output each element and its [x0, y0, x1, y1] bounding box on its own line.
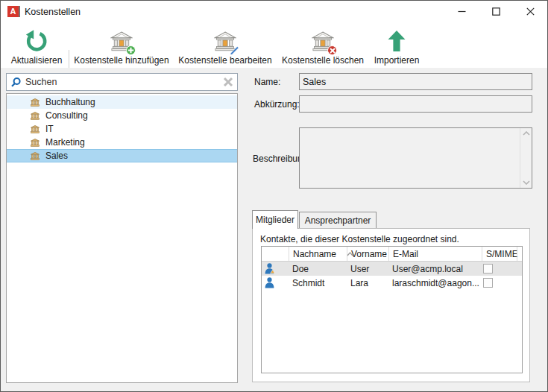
edit-cost-center-button[interactable]: Kostenstelle bearbeiten: [178, 25, 272, 66]
minimize-icon: [458, 7, 466, 16]
header-nachname[interactable]: Nachname: [289, 247, 347, 261]
add-cost-center-button[interactable]: Kostenstelle hinzufügen: [73, 25, 170, 66]
bank-icon: [31, 139, 40, 147]
search-icon: [10, 77, 22, 88]
list-item-label: Marketing: [45, 137, 85, 148]
bank-icon: [31, 112, 40, 120]
abbreviation-field[interactable]: [299, 95, 532, 113]
list-item-marketing[interactable]: Marketing: [7, 136, 237, 149]
cost-center-list: Buchhaltung Consulting IT Marketing: [6, 93, 238, 383]
list-item-buchhaltung[interactable]: Buchhaltung: [7, 95, 237, 109]
app-icon-letter: A: [10, 7, 16, 16]
header-vorname[interactable]: Vorname: [347, 247, 388, 261]
main-content: Buchhaltung Consulting IT Marketing: [1, 68, 547, 392]
scroll-up-icon[interactable]: [523, 131, 530, 136]
abbreviation-label: Abkürzung:: [254, 99, 300, 110]
tab-label: Mitglieder: [256, 215, 295, 225]
search-box: [6, 73, 238, 91]
cell-vorname: User: [347, 262, 388, 276]
pencil-badge-icon: [230, 45, 239, 55]
import-icon: [387, 28, 406, 54]
refresh-button[interactable]: Aktualisieren: [7, 25, 66, 66]
members-caption: Kontakte, die dieser Kostenstelle zugeor…: [260, 234, 459, 244]
list-item-label: IT: [45, 124, 54, 134]
delete-cost-center-label: Kostenstelle löschen: [282, 54, 364, 66]
kostenstellen-window: A Kostenstellen Aktualisieren: [0, 0, 548, 392]
refresh-label: Aktualisieren: [11, 54, 63, 66]
import-label: Importieren: [374, 54, 420, 66]
bank-icon: [31, 98, 40, 107]
list-item-it[interactable]: IT: [7, 122, 237, 136]
user-icon: [265, 277, 275, 291]
header-smime[interactable]: S/MIME: [482, 247, 517, 261]
maximize-button[interactable]: [479, 1, 513, 22]
name-label: Name:: [254, 77, 280, 87]
name-field[interactable]: [299, 73, 532, 90]
import-button[interactable]: Importieren: [372, 25, 421, 66]
toolbar: Aktualisieren Kostenstelle h: [1, 23, 547, 68]
add-cost-center-label: Kostenstelle hinzufügen: [74, 54, 169, 66]
delete-cost-center-button[interactable]: Kostenstelle löschen: [283, 25, 363, 66]
tab-ansprechpartner[interactable]: Ansprechpartner: [299, 212, 377, 228]
cell-email: User@acmp.local: [388, 262, 482, 276]
scroll-down-icon[interactable]: [523, 180, 530, 185]
delete-badge-icon: [327, 45, 337, 55]
list-item-label: Sales: [45, 151, 68, 161]
smime-checkbox[interactable]: [483, 278, 493, 288]
refresh-icon: [25, 28, 48, 54]
edit-cost-center-label: Kostenstelle bearbeiten: [178, 54, 271, 66]
mitglieder-panel: Kontakte, die dieser Kostenstelle zugeor…: [252, 228, 530, 382]
header-email[interactable]: E-Mail: [388, 247, 482, 261]
close-button[interactable]: [513, 1, 547, 22]
cell-vorname: Lara: [347, 276, 388, 290]
member-row-doe[interactable]: Doe User User@acmp.local: [262, 262, 522, 276]
list-item-sales[interactable]: Sales: [7, 149, 237, 162]
acmp-app-icon: A: [7, 6, 19, 17]
description-field[interactable]: [299, 127, 532, 189]
bank-add-icon: [110, 28, 133, 54]
bank-delete-icon: [312, 28, 334, 54]
list-item-label: Consulting: [45, 110, 88, 121]
minimize-button[interactable]: [444, 1, 479, 22]
window-title: Kostenstellen: [25, 7, 81, 17]
list-item-consulting[interactable]: Consulting: [7, 109, 237, 122]
members-table-header: Nachname Vorname E-Mail S/MIME: [262, 247, 522, 262]
cell-nachname: Schmidt: [289, 276, 347, 290]
description-scrollbar[interactable]: [520, 128, 532, 188]
cell-email: laraschmidt@aagon...: [388, 276, 482, 290]
smime-checkbox[interactable]: [483, 264, 493, 274]
bank-icon: [31, 125, 40, 133]
titlebar: A Kostenstellen: [1, 1, 547, 23]
search-input[interactable]: [25, 77, 223, 87]
member-row-schmidt[interactable]: Schmidt Lara laraschmidt@aagon...: [262, 276, 522, 290]
header-icon-column: [262, 247, 289, 261]
cell-nachname: Doe: [289, 262, 347, 276]
maximize-icon: [492, 7, 500, 16]
list-item-label: Buchhaltung: [45, 97, 95, 107]
plus-badge-icon: [126, 45, 136, 55]
members-table: Nachname Vorname E-Mail S/MIME: [261, 246, 523, 373]
tab-label: Ansprechpartner: [305, 215, 371, 226]
clear-search-icon[interactable]: [223, 77, 233, 87]
tab-mitglieder[interactable]: Mitglieder: [252, 210, 298, 229]
bank-icon: [31, 152, 40, 160]
user-warning-icon: [265, 263, 275, 276]
bank-edit-icon: [214, 28, 236, 54]
close-icon: [526, 7, 535, 16]
header-spacer: [517, 247, 523, 261]
